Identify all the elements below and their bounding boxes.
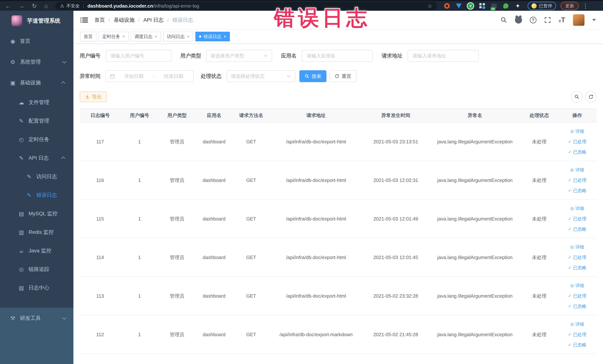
document-icon: ✎ [25, 173, 33, 180]
browser-forward-icon[interactable]: → [19, 3, 24, 9]
address-bar[interactable]: ⚠ 不安全 dashboard.yudao.iocoder.cn /infra/… [55, 2, 437, 10]
chevron-down-icon [286, 74, 291, 79]
breadcrumb-home[interactable]: 首页 [94, 16, 105, 23]
close-icon[interactable]: × [122, 34, 125, 39]
mark-processed-link[interactable]: ✓已处理 [568, 139, 586, 145]
sidebar-item-file-management[interactable]: ☁ 文件管理 [0, 93, 73, 112]
sidebar-item-api-logs[interactable]: ✎ API 日志 [0, 149, 73, 167]
process-status-select[interactable]: 请选择处理状态 [227, 70, 295, 82]
mark-ignored-link[interactable]: ✓已忽略 [568, 342, 586, 348]
sidebar-item-access-logs[interactable]: ✎ 访问日志 [0, 167, 73, 186]
eye-icon: ◎ [570, 167, 574, 172]
check-icon: ✓ [568, 304, 571, 309]
search-icon[interactable] [500, 17, 507, 23]
tab-access-logs[interactable]: 访问日志 × [163, 32, 193, 41]
app-name-label: 应用名 [281, 52, 297, 59]
close-icon[interactable]: × [187, 34, 189, 39]
tab-home[interactable]: 首页 [80, 32, 96, 41]
profile-paused-button[interactable]: 已暂停 [528, 2, 556, 10]
detail-link[interactable]: ◎详细 [570, 128, 584, 134]
sidebar-item-error-logs[interactable]: ✎ 错误日志 [0, 186, 73, 204]
sidebar-item-home[interactable]: ◉ 首页 [0, 31, 73, 52]
export-button[interactable]: 导出 [80, 91, 107, 102]
extension-orange-ring-icon[interactable] [444, 3, 450, 9]
browser-back-icon[interactable]: ← [5, 3, 11, 9]
chevron-up-icon [61, 156, 65, 161]
detail-link[interactable]: ◎详细 [570, 321, 584, 327]
fullscreen-icon[interactable] [544, 17, 551, 23]
chevron-up-icon [61, 81, 65, 85]
extension-puzzle-icon[interactable]: ✦ [515, 3, 521, 9]
mark-ignored-link[interactable]: ✓已忽略 [568, 226, 586, 232]
detail-link[interactable]: ◎详细 [570, 205, 584, 211]
extension-green-v-icon[interactable]: V [467, 3, 474, 9]
refresh-icon [588, 94, 593, 99]
breadcrumb-infrastructure[interactable]: 基础设施 [114, 16, 135, 23]
app-name-input[interactable] [302, 50, 373, 62]
extension-grid-icon[interactable] [479, 3, 485, 9]
search-button[interactable]: 搜索 [299, 70, 326, 82]
sidebar-item-trace[interactable]: ◎ 链路追踪 [0, 260, 73, 279]
exception-time-range-picker[interactable]: 开始日期 - 结束日期 [106, 70, 194, 82]
detail-link[interactable]: ◎详细 [570, 282, 584, 289]
user-id-input[interactable] [106, 50, 172, 62]
tab-scheduled-tasks[interactable]: 定时任务 × [99, 32, 129, 41]
avatar-caret-down-icon[interactable] [592, 19, 596, 21]
user-type-label: 用户类型 [180, 52, 201, 59]
close-icon[interactable]: × [223, 34, 226, 39]
sidebar-toggle-icon[interactable] [81, 17, 88, 23]
reset-button[interactable]: 重置 [329, 70, 357, 82]
extension-sprout-icon[interactable] [503, 3, 509, 9]
breadcrumb-current: 错误日志 [172, 16, 193, 23]
sidebar-item-log-center[interactable]: ▧ 日志中心 [0, 279, 73, 297]
mark-processed-link[interactable]: ✓已处理 [568, 331, 586, 338]
browser-menu-icon[interactable]: ⋮ [582, 2, 588, 10]
sidebar-item-infrastructure[interactable]: ▣ 基础设施 [0, 72, 73, 93]
browser-reload-icon[interactable]: ↻ [32, 3, 37, 9]
github-icon[interactable] [515, 16, 522, 23]
user-avatar[interactable] [573, 14, 584, 26]
bookmark-star-icon[interactable]: ☆ [427, 3, 432, 9]
detail-link[interactable]: ◎详细 [570, 244, 584, 250]
extension-blue-shield-icon[interactable] [456, 3, 462, 9]
close-icon[interactable]: × [155, 34, 157, 39]
mark-processed-link[interactable]: ✓已处理 [568, 177, 586, 183]
table-row: 112 1 管理员 dashboard GET /api/infra/db-do… [80, 316, 597, 354]
refresh-table-button[interactable] [585, 91, 597, 103]
sidebar-item-system-management[interactable]: ⚙ 系统管理 [0, 52, 73, 72]
mark-processed-link[interactable]: ✓已处理 [568, 216, 586, 222]
request-url-input[interactable] [408, 50, 479, 62]
mark-ignored-link[interactable]: ✓已忽略 [568, 188, 586, 194]
user-type-select[interactable]: 请选择用户类型 [206, 50, 272, 62]
edit-icon: ✎ [17, 118, 26, 124]
sidebar-bottom-section: ⚒ 研发工具 [0, 308, 73, 364]
sidebar-item-redis-monitor[interactable]: ▥ Redis 监控 [0, 223, 73, 241]
sidebar-item-scheduled-tasks[interactable]: ◴ 定时任务 [0, 130, 73, 149]
mark-ignored-link[interactable]: ✓已忽略 [568, 149, 586, 155]
sidebar-item-java-monitor[interactable]: ☕ Java 监控 [0, 241, 73, 260]
mark-processed-link[interactable]: ✓已处理 [568, 254, 586, 260]
cloud-upload-icon: ☁ [17, 99, 26, 106]
font-size-icon[interactable]: TT [559, 16, 565, 24]
browser-update-button[interactable]: 更新 [561, 2, 579, 10]
tab-schedule-logs[interactable]: 调度日志 × [131, 32, 161, 41]
security-label[interactable]: 不安全 [66, 3, 80, 9]
app-logo-row[interactable]: 芋道管理系统 [0, 11, 73, 31]
document-icon: ✎ [25, 192, 33, 199]
browser-home-icon[interactable]: ⌂ [44, 3, 48, 9]
breadcrumb-api-logs[interactable]: API 日志 [143, 16, 164, 23]
sidebar-item-config-management[interactable]: ✎ 配置管理 [0, 112, 73, 130]
tab-error-logs[interactable]: 错误日志 × [195, 32, 230, 41]
extension-on-switch-icon[interactable]: on [491, 3, 497, 9]
mark-ignored-link[interactable]: ✓已忽略 [568, 265, 586, 271]
toggle-search-button[interactable] [571, 91, 583, 103]
detail-link[interactable]: ◎详细 [570, 167, 584, 173]
help-icon[interactable]: ? [530, 17, 536, 23]
download-icon [85, 94, 90, 99]
mark-ignored-link[interactable]: ✓已忽略 [568, 303, 586, 309]
sidebar-item-mysql-monitor[interactable]: ▤ MySQL 监控 [0, 204, 73, 223]
table-toolbar: 导出 [80, 91, 597, 103]
sidebar-item-dev-tools[interactable]: ⚒ 研发工具 [0, 308, 73, 329]
mark-processed-link[interactable]: ✓已处理 [568, 293, 586, 299]
address-divider [83, 3, 84, 8]
